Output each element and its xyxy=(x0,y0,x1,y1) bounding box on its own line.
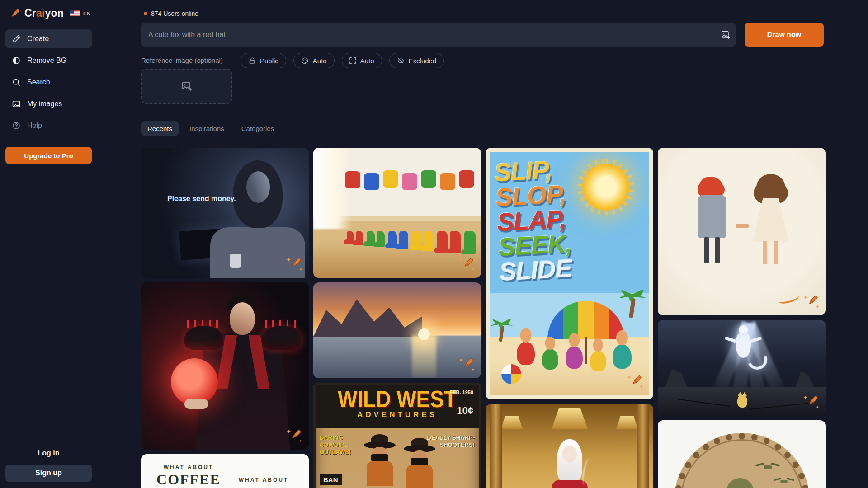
eye-off-icon xyxy=(397,57,405,65)
chandelier-shape xyxy=(616,416,638,429)
grid-column-2: WILD WEST ADVENTURES FEB. 1950 10¢ DARIN… xyxy=(313,148,481,488)
attach-image-button[interactable] xyxy=(715,23,736,47)
excluded-pill[interactable]: Excluded xyxy=(389,53,444,68)
palette-icon xyxy=(301,57,309,65)
gallery-tabs: Recents Inspirations Categories xyxy=(141,121,280,136)
image-grid: Please send money. xyxy=(141,148,826,488)
online-dot-icon xyxy=(144,12,147,15)
image-card-scam-girl[interactable]: Please send money. xyxy=(141,148,309,278)
edit-crayon-button[interactable] xyxy=(458,256,476,273)
image-card-vampire[interactable] xyxy=(141,282,309,450)
pill-label: Auto xyxy=(360,57,374,65)
us-flag-icon[interactable] xyxy=(70,10,80,16)
visibility-pill[interactable]: Public xyxy=(241,53,286,68)
image-card-palace[interactable] xyxy=(486,404,653,488)
help-icon xyxy=(12,121,21,130)
figure-shape xyxy=(562,446,577,463)
edit-crayon-button[interactable] xyxy=(802,294,821,311)
coffee-logo: WHAT ABOUT COFFEE xyxy=(230,477,297,488)
craiyon-app: Craiyon EN Create Remove BG xyxy=(0,0,868,488)
sun-reflection-shape xyxy=(412,336,436,378)
sidebar-item-help[interactable]: Help xyxy=(5,116,92,135)
boot-shape xyxy=(450,231,461,253)
sidebar-item-label: Help xyxy=(27,122,42,130)
chandelier-shape xyxy=(501,416,523,429)
brand[interactable]: Craiyon EN xyxy=(5,7,92,19)
image-plus-icon xyxy=(721,30,731,40)
armor-shape xyxy=(184,326,223,350)
language-selector[interactable]: EN xyxy=(83,11,90,16)
prompt-input[interactable] xyxy=(141,23,715,47)
pill-label: Auto xyxy=(313,57,327,65)
users-online: 874 Users online xyxy=(144,10,198,17)
draw-now-button[interactable]: Draw now xyxy=(745,23,824,47)
sign-up-button[interactable]: Sign up xyxy=(5,465,92,482)
holding-hands-shape xyxy=(736,224,749,228)
image-card-wild-west[interactable]: WILD WEST ADVENTURES FEB. 1950 10¢ DARIN… xyxy=(313,383,481,488)
image-card-couple[interactable] xyxy=(658,148,826,315)
image-card-rain-boots[interactable] xyxy=(313,148,481,278)
coffee-logo-heading: WHAT ABOUT xyxy=(230,477,297,483)
log-in-link[interactable]: Log in xyxy=(5,449,92,457)
sun-shape xyxy=(418,328,430,340)
cowgirl-figure xyxy=(402,435,437,488)
backpack-shape xyxy=(383,170,398,188)
tab-inspirations[interactable]: Inspirations xyxy=(183,121,231,136)
sun-shape xyxy=(582,164,629,211)
boot-shape xyxy=(464,231,476,254)
sidebar-item-label: My images xyxy=(27,100,62,108)
drone-shape xyxy=(774,479,794,484)
palm-tree-shape xyxy=(490,317,513,339)
edit-crayon-button[interactable] xyxy=(802,394,821,411)
grid-column-4 xyxy=(658,148,826,488)
figure-shape xyxy=(230,302,255,335)
figure-shape xyxy=(704,237,709,263)
sidebar-item-create[interactable]: Create xyxy=(5,29,92,48)
backpack-shape xyxy=(364,173,379,190)
tab-recents[interactable]: Recents xyxy=(141,121,179,136)
aspect-ratio-pill[interactable]: Auto xyxy=(342,53,382,68)
backpack-shape xyxy=(402,173,417,190)
image-card-mewtwo[interactable] xyxy=(658,320,826,416)
poster-word: SLIDE xyxy=(499,256,574,284)
small-creature-shape xyxy=(737,395,747,408)
cowgirl-figure xyxy=(362,432,397,486)
sidebar-item-my-images[interactable]: My images xyxy=(5,94,92,113)
users-online-label: 874 Users online xyxy=(151,10,198,17)
style-pill[interactable]: Auto xyxy=(293,53,335,68)
image-card-scout-patch[interactable] xyxy=(658,420,826,488)
edit-crayon-button[interactable] xyxy=(285,428,304,445)
palm-tree-shape xyxy=(618,287,646,314)
backpack-shape xyxy=(440,173,455,190)
edit-crayon-button[interactable] xyxy=(285,256,304,273)
figure-shape xyxy=(184,399,208,409)
lock-open-icon xyxy=(248,57,256,65)
boot-shape xyxy=(424,231,434,251)
sidebar-item-remove-bg[interactable]: Remove BG xyxy=(5,51,92,70)
mask-shape xyxy=(371,454,388,461)
sidebar-item-search[interactable]: Search xyxy=(5,73,92,92)
sidebar: Craiyon EN Create Remove BG xyxy=(0,0,97,488)
reference-image-label: Reference image (optional) xyxy=(141,56,223,64)
smoke-shape xyxy=(581,458,593,486)
boot-shape xyxy=(437,231,448,253)
image-card-sunset[interactable] xyxy=(313,282,481,378)
image-caption: Please send money. xyxy=(167,195,236,203)
image-card-coffee-logos[interactable]: WHAT ABOUT COFFEE WHAT ABOUT COFFEE xyxy=(141,454,309,488)
pill-label: Public xyxy=(260,57,278,65)
spectral-figure-shape xyxy=(739,325,748,333)
edit-crayon-button[interactable] xyxy=(458,357,476,374)
comic-title: WILD WEST xyxy=(338,385,457,413)
red-moon-shape xyxy=(171,358,218,405)
sidebar-footer: Log in Sign up xyxy=(5,449,92,482)
edit-crayon-button[interactable] xyxy=(626,374,645,391)
image-plus-icon xyxy=(181,80,193,92)
armor-shape xyxy=(262,326,301,350)
reference-upload-box[interactable] xyxy=(141,69,232,104)
tab-categories[interactable]: Categories xyxy=(235,121,281,136)
figure-shape xyxy=(246,171,270,203)
image-card-beach-poster[interactable]: SLIP, SLOP, SLAP, SEEK, SLIDE xyxy=(486,148,653,399)
boot-shape xyxy=(388,231,397,248)
upgrade-to-pro-button[interactable]: Upgrade to Pro xyxy=(5,147,92,164)
person-shape xyxy=(590,351,606,371)
